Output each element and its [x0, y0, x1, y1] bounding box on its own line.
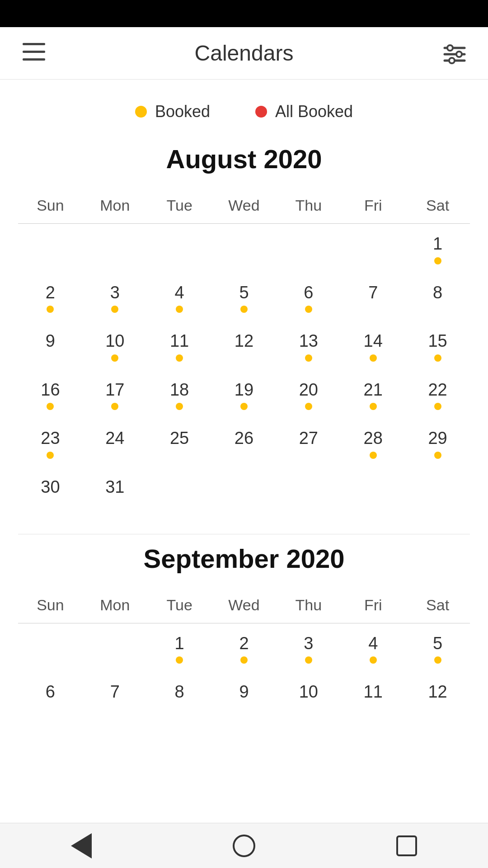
day-cell[interactable]: 3 — [276, 623, 341, 672]
day-number: 6 — [46, 682, 55, 703]
day-cell[interactable]: 25 — [147, 418, 212, 467]
legend: Booked All Booked — [0, 80, 488, 135]
day-number: 14 — [364, 331, 383, 352]
dot-indicator — [240, 247, 248, 254]
day-cell[interactable]: 19 — [212, 370, 277, 419]
dot-indicator — [240, 452, 248, 459]
day-cell[interactable]: 12 — [405, 672, 470, 721]
day-header-thu: Thu — [276, 188, 341, 224]
day-cell[interactable]: 16 — [18, 370, 83, 419]
day-cell[interactable]: 7 — [83, 672, 147, 721]
day-cell[interactable]: 28 — [341, 418, 405, 467]
sep-day-header-fri: Fri — [341, 587, 405, 623]
dot-indicator — [370, 403, 377, 410]
dot-indicator — [111, 452, 118, 459]
day-number: 12 — [428, 682, 447, 703]
dot-indicator — [111, 705, 118, 712]
dot-indicator — [111, 354, 118, 362]
day-number: 28 — [364, 428, 383, 449]
dot-indicator — [305, 656, 312, 664]
dot-indicator — [434, 490, 441, 497]
day-cell[interactable]: 6 — [18, 672, 83, 721]
day-cell[interactable]: 11 — [341, 672, 405, 721]
recent-button[interactable] — [391, 830, 422, 862]
day-cell[interactable]: 15 — [405, 321, 470, 370]
booked-label: Booked — [155, 102, 210, 121]
dot-indicator — [176, 403, 183, 410]
day-cell[interactable]: 5 — [212, 273, 277, 321]
day-number: 20 — [299, 380, 318, 401]
day-cell[interactable]: 31 — [83, 467, 147, 516]
day-cell[interactable]: 18 — [147, 370, 212, 419]
day-header-tue: Tue — [147, 188, 212, 224]
day-cell[interactable]: 10 — [83, 321, 147, 370]
day-cell[interactable]: 26 — [212, 418, 277, 467]
day-number: 7 — [110, 682, 120, 703]
dot-indicator — [176, 452, 183, 459]
day-cell[interactable]: 7 — [341, 273, 405, 321]
day-cell — [83, 224, 147, 273]
day-number: 5 — [239, 283, 249, 303]
day-cell[interactable]: 9 — [212, 672, 277, 721]
day-cell[interactable]: 4 — [341, 623, 405, 672]
day-number: 9 — [239, 682, 249, 703]
filter-icon[interactable] — [443, 44, 465, 62]
day-cell[interactable]: 5 — [405, 623, 470, 672]
day-cell[interactable]: 13 — [276, 321, 341, 370]
booked-dot — [135, 106, 147, 118]
day-cell[interactable]: 8 — [147, 672, 212, 721]
day-cell[interactable]: 3 — [83, 273, 147, 321]
day-number: 2 — [46, 283, 55, 303]
day-header-wed: Wed — [212, 188, 277, 224]
back-button[interactable] — [66, 830, 97, 862]
day-cell[interactable]: 8 — [405, 273, 470, 321]
day-cell[interactable]: 2 — [212, 623, 277, 672]
day-cell[interactable]: 23 — [18, 418, 83, 467]
dot-indicator — [370, 306, 377, 313]
september-title: September 2020 — [18, 543, 470, 574]
dot-indicator — [240, 354, 248, 362]
day-number: 27 — [299, 428, 318, 449]
dot-indicator — [111, 306, 118, 313]
dot-indicator — [176, 306, 183, 313]
day-cell[interactable]: 9 — [18, 321, 83, 370]
day-cell[interactable]: 20 — [276, 370, 341, 419]
day-number: 11 — [170, 331, 189, 352]
day-cell[interactable]: 29 — [405, 418, 470, 467]
status-bar — [0, 0, 488, 27]
day-cell[interactable]: 1 — [147, 623, 212, 672]
bottom-navigation — [0, 823, 488, 868]
day-cell[interactable]: 24 — [83, 418, 147, 467]
day-cell[interactable]: 11 — [147, 321, 212, 370]
day-cell — [83, 623, 147, 672]
day-cell[interactable]: 6 — [276, 273, 341, 321]
day-number: 5 — [433, 633, 442, 654]
day-header-sat: Sat — [405, 188, 470, 224]
dot-indicator — [47, 403, 54, 410]
day-number: 10 — [105, 331, 124, 352]
day-cell[interactable]: 10 — [276, 672, 341, 721]
svg-point-8 — [449, 58, 455, 63]
day-number: 17 — [105, 380, 124, 401]
day-number: 11 — [364, 682, 383, 703]
dot-indicator — [240, 656, 248, 664]
day-cell[interactable]: 22 — [405, 370, 470, 419]
svg-rect-1 — [23, 51, 45, 53]
dot-indicator — [111, 646, 118, 653]
day-cell[interactable]: 21 — [341, 370, 405, 419]
day-number: 1 — [433, 234, 442, 255]
sep-day-header-thu: Thu — [276, 587, 341, 623]
day-number: 1 — [175, 633, 184, 654]
day-cell[interactable]: 1 — [405, 224, 470, 273]
day-cell[interactable]: 30 — [18, 467, 83, 516]
september-days: 123456789101112 — [18, 623, 470, 721]
day-cell[interactable]: 4 — [147, 273, 212, 321]
day-cell[interactable]: 2 — [18, 273, 83, 321]
day-cell[interactable]: 14 — [341, 321, 405, 370]
day-cell[interactable]: 12 — [212, 321, 277, 370]
day-number: 4 — [368, 633, 378, 654]
menu-icon[interactable] — [23, 43, 45, 64]
day-cell[interactable]: 27 — [276, 418, 341, 467]
day-cell[interactable]: 17 — [83, 370, 147, 419]
home-button[interactable] — [228, 830, 260, 862]
